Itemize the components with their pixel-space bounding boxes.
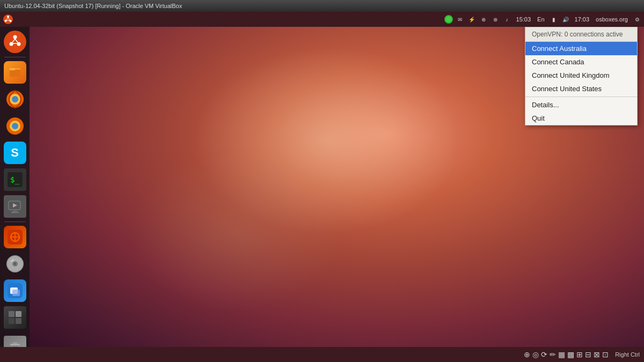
bottom-icon-4[interactable]: ✏	[550, 350, 556, 359]
sidebar-item-skype[interactable]: S	[2, 140, 28, 166]
keyboard-layout[interactable]: En	[535, 16, 546, 23]
ubuntu-desktop: ✉ ⚡ ⊕ ⊗ ♪ 15:03 En ▮ 🔊 17:03 osboxes.org…	[0, 12, 644, 362]
bottom-icon-5[interactable]: ▦	[558, 350, 565, 359]
sidebar-item-terminal-1[interactable]: $_	[2, 167, 28, 193]
files-icon	[4, 61, 26, 84]
svg-point-13	[12, 96, 18, 102]
bottom-icon-6[interactable]: ▩	[567, 350, 574, 359]
vbox-title: Ubuntu-12.04-32bit (Snapshot 17) [Runnin…	[4, 3, 182, 9]
power-icon[interactable]: ⚡	[467, 14, 477, 24]
panel-right: ✉ ⚡ ⊕ ⊗ ♪ 15:03 En ▮ 🔊 17:03 osboxes.org…	[444, 14, 644, 24]
mail-icon[interactable]: ✉	[455, 14, 465, 24]
svg-rect-10	[10, 68, 15, 70]
sidebar-item-firefox-2[interactable]	[2, 113, 28, 139]
openvpn-context-menu: OpenVPN: 0 connections active Connect Au…	[525, 27, 638, 125]
svg-rect-36	[9, 311, 14, 317]
clock[interactable]: 17:03	[573, 16, 592, 23]
right-ctrl-label: Right Ctrl	[615, 351, 640, 358]
screencast-icon	[4, 195, 26, 218]
svg-point-16	[12, 123, 18, 129]
dvd-icon	[4, 253, 26, 275]
svg-point-31	[14, 263, 16, 265]
svg-rect-22	[11, 212, 19, 213]
settings-icon[interactable]: ⚙	[632, 14, 642, 24]
bottom-icon-8[interactable]: ⊟	[585, 350, 591, 359]
firefox-2-icon	[4, 115, 26, 137]
panel-ubuntu-icon[interactable]	[2, 13, 14, 25]
sidebar-item-dvd[interactable]	[2, 251, 28, 277]
sidebar-item-ubuntu-home[interactable]	[2, 29, 28, 55]
sidebar-separator-1	[4, 57, 26, 57]
network-icon[interactable]: ⊕	[479, 14, 488, 24]
volume-icon[interactable]: 🔊	[561, 14, 570, 24]
firefox-1-icon	[4, 88, 26, 110]
sidebar-item-firefox-1[interactable]	[2, 86, 28, 112]
svg-rect-35	[12, 290, 20, 296]
svg-rect-21	[13, 210, 17, 212]
svg-rect-37	[16, 311, 21, 317]
workspace-icon	[4, 306, 26, 329]
svg-text:$_: $_	[10, 175, 19, 184]
battery-icon[interactable]: ▮	[549, 14, 559, 24]
sidebar-separator-2	[4, 221, 26, 222]
openvpn-icon[interactable]	[444, 15, 453, 24]
unity-launcher: S $_	[0, 27, 30, 362]
virtualbox-icon	[4, 279, 26, 302]
sidebar-item-unity[interactable]	[2, 224, 28, 250]
menu-item-quit[interactable]: Quit	[525, 112, 637, 125]
bottom-icon-10[interactable]: ⊡	[602, 350, 609, 359]
panel-left	[0, 13, 14, 25]
menu-separator	[525, 97, 637, 97]
svg-rect-41	[10, 344, 20, 345]
bottom-tray: ⊕ ◎ ⟳ ✏ ▦ ▩ ⊞ ⊟ ⊠ ⊡ Right Ctrl	[524, 350, 640, 359]
unity-icon	[4, 226, 26, 248]
svg-rect-38	[9, 318, 14, 324]
menu-header: OpenVPN: 0 connections active	[525, 27, 637, 42]
menu-item-connect-australia[interactable]: Connect Australia	[525, 42, 637, 55]
ubuntu-top-panel: ✉ ⚡ ⊕ ⊗ ♪ 15:03 En ▮ 🔊 17:03 osboxes.org…	[0, 12, 644, 27]
sound-icon[interactable]: ♪	[502, 14, 512, 24]
menu-item-connect-uk[interactable]: Connect United Kingdom	[525, 69, 637, 82]
virtualbox-titlebar: Ubuntu-12.04-32bit (Snapshot 17) [Runnin…	[0, 0, 644, 12]
terminal-1-icon: $_	[4, 168, 26, 191]
bottom-icon-3[interactable]: ⟳	[541, 350, 547, 359]
sidebar-item-files[interactable]	[2, 60, 28, 85]
menu-item-connect-canada[interactable]: Connect Canada	[525, 55, 637, 69]
svg-rect-39	[16, 318, 21, 324]
sidebar-item-workspace[interactable]	[2, 305, 28, 330]
ubuntu-bottom-panel: ⊕ ◎ ⟳ ✏ ▦ ▩ ⊞ ⊟ ⊠ ⊡ Right Ctrl	[0, 347, 644, 362]
sidebar-item-screencast[interactable]	[2, 194, 28, 219]
ubuntu-home-icon	[4, 31, 26, 53]
menu-item-details[interactable]: Details...	[525, 98, 637, 112]
bluetooth-icon[interactable]: ⊗	[491, 14, 500, 24]
bottom-icon-9[interactable]: ⊠	[594, 350, 600, 359]
menu-item-connect-us[interactable]: Connect United States	[525, 82, 637, 95]
inner-time: 15:03	[514, 16, 533, 23]
bottom-icon-7[interactable]: ⊞	[576, 350, 583, 359]
skype-icon: S	[4, 142, 26, 164]
bottom-icon-1[interactable]: ⊕	[524, 350, 530, 359]
sidebar-item-virtualbox[interactable]	[2, 278, 28, 304]
svg-rect-9	[10, 70, 20, 77]
hostname: osboxes.org	[594, 16, 630, 23]
svg-rect-42	[13, 342, 17, 344]
bottom-icon-2[interactable]: ◎	[532, 350, 539, 359]
